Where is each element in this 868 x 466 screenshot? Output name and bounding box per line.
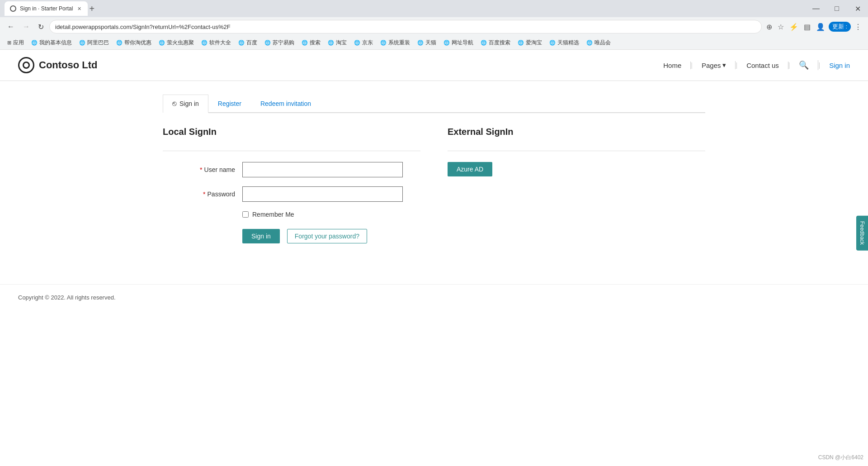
bookmark-label-13: 网址导航	[452, 39, 473, 47]
tab-row: Sign in · Starter Portal × + — □ ✕	[0, 0, 868, 17]
profile-button[interactable]: 👤	[814, 21, 827, 33]
browser-toolbar: ← → ↻ ⊕ ☆ ⚡ ▤ 👤 更新 : ⋮	[0, 17, 868, 36]
bookmark-label-4: 萤火虫惠聚	[167, 39, 194, 47]
globe-icon-4: 🌐	[159, 40, 165, 46]
password-label-wrapper: * Password	[163, 190, 235, 198]
remember-me-checkbox[interactable]	[242, 211, 249, 218]
bookmark-7[interactable]: 🌐 苏宁易购	[262, 38, 297, 48]
signin-local-section: Local SignIn * User name * Password	[163, 127, 420, 243]
maximize-button[interactable]: □	[826, 0, 847, 17]
globe-icon-14: 🌐	[481, 40, 487, 46]
nav-home[interactable]: Home	[654, 62, 691, 69]
bookmark-6[interactable]: 🌐 百度	[236, 38, 260, 48]
forward-button[interactable]: →	[20, 21, 33, 33]
window-controls: — □ ✕	[806, 0, 868, 17]
forgot-password-button[interactable]: Forgot your password?	[287, 229, 367, 243]
browser-action-buttons: ⊕ ☆ ⚡ ▤ 👤 更新 : ⋮	[764, 21, 863, 33]
nav-pages[interactable]: Pages ▾	[693, 61, 736, 69]
bookmark-10[interactable]: 🌐 京东	[351, 38, 376, 48]
bookmark-11[interactable]: 🌐 系统重装	[377, 38, 413, 48]
globe-icon-16: 🌐	[549, 40, 556, 46]
back-button[interactable]: ←	[5, 21, 17, 33]
signin-external-section: External SignIn Azure AD	[448, 127, 705, 243]
address-bar[interactable]	[49, 20, 762, 33]
footer-copyright: Copyright © 2022. All rights reserved.	[18, 294, 116, 301]
globe-icon-6: 🌐	[238, 40, 245, 46]
bookmark-label-9: 淘宝	[336, 39, 347, 47]
bookmark-label-11: 系统重装	[388, 39, 410, 47]
bookmark-14[interactable]: 🌐 百度搜索	[478, 38, 513, 48]
signin-layout: Local SignIn * User name * Password	[163, 127, 705, 243]
bookmark-label-12: 天猫	[425, 39, 436, 47]
bookmark-12[interactable]: 🌐 天猫	[415, 38, 439, 48]
bookmark-label-14: 百度搜索	[489, 39, 510, 47]
bookmark-button[interactable]: ☆	[776, 21, 786, 33]
tab-favicon	[10, 5, 16, 12]
feedback-tab[interactable]: Feedback	[856, 216, 868, 251]
form-divider	[163, 151, 420, 151]
bookmark-16[interactable]: 🌐 天猫精选	[547, 38, 582, 48]
bookmark-1[interactable]: 🌐 我的基本信息	[28, 38, 75, 48]
bookmark-label-5: 软件大全	[209, 39, 231, 47]
bookmark-13[interactable]: 🌐 网址导航	[441, 38, 476, 48]
site-nav: Home | Pages ▾ | Contact us | 🔍 | Sign i…	[654, 60, 850, 70]
nav-contact-us[interactable]: Contact us	[737, 62, 788, 69]
site-logo[interactable]: Contoso Ltd	[18, 57, 98, 73]
sidebar-button[interactable]: ▤	[802, 21, 812, 33]
globe-icon-3: 🌐	[116, 40, 123, 46]
globe-icon-15: 🌐	[518, 40, 524, 46]
bookmark-17[interactable]: 🌐 唯品会	[584, 38, 613, 48]
password-field-group: * Password	[163, 186, 420, 202]
refresh-button[interactable]: ↻	[35, 21, 47, 33]
bookmark-apps[interactable]: ⊞ 应用	[5, 38, 27, 48]
bookmark-3[interactable]: 🌐 帮你淘优惠	[113, 38, 154, 48]
bookmark-label-8: 搜索	[310, 39, 321, 47]
signin-button[interactable]: Sign in	[242, 229, 280, 243]
bookmark-label-6: 百度	[246, 39, 257, 47]
bookmark-8[interactable]: 🌐 搜索	[299, 38, 323, 48]
more-options-button[interactable]: ⋮	[853, 21, 863, 33]
form-actions: Sign in Forgot your password?	[242, 229, 420, 243]
bookmark-label-7: 苏宁易购	[273, 39, 294, 47]
bookmark-apps-label: 应用	[13, 39, 24, 47]
auth-tabs: ⎋ Sign in Register Redeem invitation	[163, 95, 705, 113]
extension-button[interactable]: ⚡	[788, 21, 800, 33]
bookmark-5[interactable]: 🌐 软件大全	[198, 38, 234, 48]
globe-icon-7: 🌐	[264, 40, 271, 46]
logo-icon	[18, 57, 34, 73]
search-icon[interactable]: 🔍	[790, 60, 818, 70]
bookmark-label-2: 阿里巴巴	[87, 39, 109, 47]
tab-register[interactable]: Register	[208, 95, 251, 112]
close-tab-button[interactable]: ×	[76, 4, 82, 13]
translate-button[interactable]: ⊕	[764, 21, 774, 33]
bookmark-label-3: 帮你淘优惠	[124, 39, 151, 47]
tab-redeem[interactable]: Redeem invitation	[251, 95, 321, 112]
bookmark-15[interactable]: 🌐 爱淘宝	[515, 38, 545, 48]
apps-icon: ⊞	[7, 40, 11, 46]
azure-ad-button[interactable]: Azure AD	[448, 162, 492, 176]
password-required-star: *	[203, 190, 205, 198]
username-label-wrapper: * User name	[163, 166, 235, 173]
password-input[interactable]	[242, 186, 403, 202]
tab-signin[interactable]: ⎋ Sign in	[163, 95, 208, 113]
bookmark-9[interactable]: 🌐 淘宝	[325, 38, 349, 48]
bookmark-2[interactable]: 🌐 阿里巴巴	[76, 38, 112, 48]
signin-tab-label: Sign in	[179, 100, 199, 107]
close-window-button[interactable]: ✕	[847, 0, 868, 17]
username-input[interactable]	[242, 162, 403, 177]
remember-me-row: Remember Me	[242, 211, 420, 218]
update-button[interactable]: 更新 :	[829, 22, 851, 32]
bookmark-4[interactable]: 🌐 萤火虫惠聚	[156, 38, 197, 48]
bookmark-label-15: 爱淘宝	[526, 39, 542, 47]
site-header: Contoso Ltd Home | Pages ▾ | Contact us …	[0, 50, 868, 81]
bookmarks-bar: ⊞ 应用 🌐 我的基本信息 🌐 阿里巴巴 🌐 帮你淘优惠 🌐 萤火虫惠聚 🌐 软…	[0, 36, 868, 50]
globe-icon-13: 🌐	[443, 40, 450, 46]
nav-signin[interactable]: Sign in	[820, 62, 850, 69]
globe-icon-2: 🌐	[79, 40, 85, 46]
username-field-group: * User name	[163, 162, 420, 177]
minimize-button[interactable]: —	[806, 0, 826, 17]
globe-icon-8: 🌐	[302, 40, 308, 46]
new-tab-button[interactable]: +	[90, 4, 95, 13]
signin-tab-icon: ⎋	[172, 100, 177, 108]
username-required-star: *	[200, 166, 202, 173]
